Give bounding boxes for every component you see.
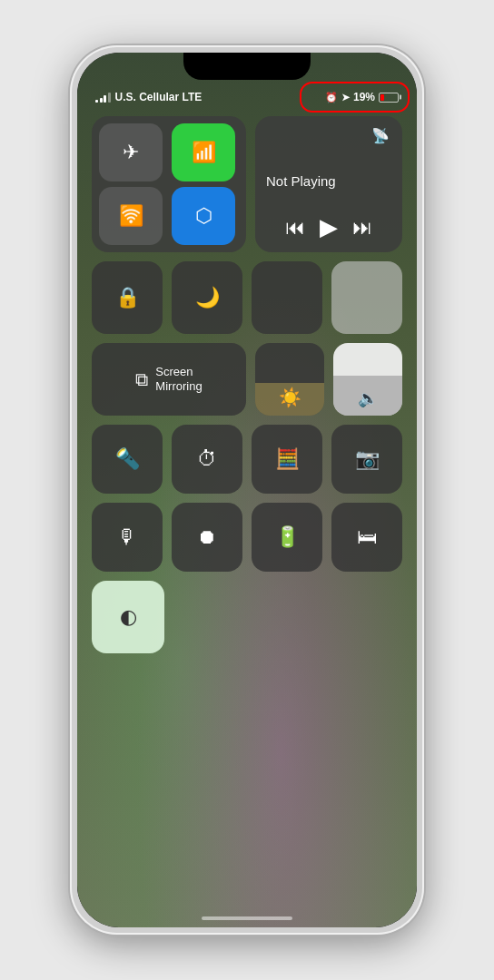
shortcut-row-1: 🔦 ⏱ 🧮 📷: [92, 425, 402, 494]
brightness-slider[interactable]: ☀️: [255, 343, 324, 416]
location-icon: ➤: [341, 92, 350, 103]
status-left: U.S. Cellular LTE: [95, 91, 202, 103]
battery-case-button[interactable]: 🔋: [252, 503, 322, 572]
status-right: ⏰ ➤ 19%: [325, 91, 399, 103]
battery-percentage: 19%: [353, 91, 375, 103]
play-button[interactable]: ▶: [320, 213, 338, 241]
second-row: 🔒 🌙: [92, 261, 402, 334]
screen-mirroring-label: ScreenMirroring: [155, 365, 202, 393]
alarm-icon: ⏰: [325, 92, 338, 103]
media-controls: ⏮ ▶ ⏭: [266, 213, 391, 241]
timer-icon: ⏱: [197, 447, 217, 471]
flashlight-icon: 🔦: [115, 447, 140, 471]
screen-mirroring-button[interactable]: ⧉ ScreenMirroring: [92, 343, 246, 416]
home-indicator: [202, 916, 292, 920]
screen: U.S. Cellular LTE ⏰ ➤ 19%: [77, 53, 417, 927]
moon-icon: 🌙: [195, 286, 220, 309]
cellular-icon: 📶: [192, 141, 216, 164]
do-not-disturb-button[interactable]: 🌙: [172, 261, 242, 334]
accessibility-icon: ◐: [120, 605, 137, 629]
phone-inner: U.S. Cellular LTE ⏰ ➤ 19%: [77, 53, 417, 927]
wifi-icon: 🛜: [119, 204, 143, 228]
screen-record-icon: ⏺: [197, 525, 217, 549]
signal-bars-icon: [95, 92, 111, 103]
bottom-row: ◐: [92, 581, 402, 653]
airplane-icon: ✈: [123, 141, 139, 164]
media-panel: 📡 Not Playing ⏮ ▶ ⏭: [255, 116, 402, 252]
sleep-icon: 🛏: [357, 525, 377, 549]
status-bar: U.S. Cellular LTE ⏰ ➤ 19%: [95, 87, 399, 107]
dark-tile-2[interactable]: [331, 261, 402, 334]
battery-case-icon: 🔋: [275, 525, 300, 549]
notch: [183, 53, 311, 80]
calculator-icon: 🧮: [275, 447, 300, 471]
rotation-lock-button[interactable]: 🔒: [92, 261, 163, 334]
media-top: 📡: [266, 127, 391, 149]
shortcut-row-2: 🎙 ⏺ 🔋 🛏: [92, 503, 402, 572]
bluetooth-icon: ⬡: [195, 204, 212, 228]
airplane-mode-button[interactable]: ✈: [99, 123, 163, 181]
volume-slider[interactable]: 🔈: [333, 343, 402, 416]
connectivity-panel: ✈ 📶 🛜 ⬡: [92, 116, 246, 252]
fast-forward-button[interactable]: ⏭: [352, 216, 372, 240]
rewind-button[interactable]: ⏮: [285, 216, 305, 240]
screen-mirroring-icon: ⧉: [135, 369, 148, 390]
cellular-data-button[interactable]: 📶: [172, 123, 235, 181]
volume-icon: 🔈: [358, 388, 378, 408]
mirroring-sliders-row: ⧉ ScreenMirroring ☀️ 🔈: [92, 343, 402, 416]
voice-memo-icon: 🎙: [117, 525, 137, 549]
phone-frame: U.S. Cellular LTE ⏰ ➤ 19%: [70, 45, 424, 935]
battery-icon: [379, 93, 399, 103]
top-row: ✈ 📶 🛜 ⬡: [92, 116, 402, 252]
brightness-icon: ☀️: [279, 387, 301, 408]
dark-tile-1[interactable]: [252, 261, 322, 334]
flashlight-button[interactable]: 🔦: [92, 425, 163, 494]
camera-icon: 📷: [355, 447, 380, 471]
timer-button[interactable]: ⏱: [172, 425, 242, 494]
accessibility-button[interactable]: ◐: [92, 581, 164, 653]
media-title: Not Playing: [266, 173, 391, 189]
control-center: ✈ 📶 🛜 ⬡: [92, 116, 402, 891]
camera-button[interactable]: 📷: [331, 425, 402, 494]
screen-record-button[interactable]: ⏺: [172, 503, 242, 572]
voice-memos-button[interactable]: 🎙: [92, 503, 163, 572]
wifi-button[interactable]: 🛜: [99, 187, 163, 245]
sleep-button[interactable]: 🛏: [331, 503, 402, 572]
carrier-text: U.S. Cellular LTE: [115, 91, 203, 103]
airplay-button[interactable]: 📡: [370, 127, 391, 149]
calculator-button[interactable]: 🧮: [252, 425, 322, 494]
battery-fill: [380, 94, 384, 101]
bluetooth-button[interactable]: ⬡: [172, 187, 235, 245]
rotation-lock-icon: 🔒: [115, 286, 140, 309]
